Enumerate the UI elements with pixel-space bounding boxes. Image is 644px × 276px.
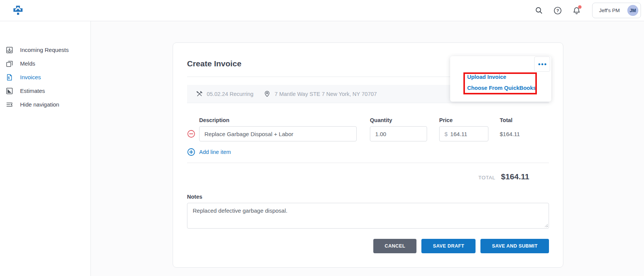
notes-textarea[interactable]: Replaced defective garbage disposal. xyxy=(187,203,549,229)
notifications-button[interactable] xyxy=(570,4,583,17)
action-buttons: CANCEL SAVE DRAFT SAVE AND SUBMIT xyxy=(187,239,549,253)
tools-icon xyxy=(196,91,203,97)
svg-text:?: ? xyxy=(557,8,559,13)
user-menu[interactable]: Jeff's PM JM xyxy=(592,3,641,18)
minus-circle-icon xyxy=(187,130,195,138)
topbar: ? Jeff's PM JM xyxy=(0,0,644,21)
plus-circle-icon xyxy=(187,148,195,156)
invoice-schedule: 05.02.24 Recurring xyxy=(207,91,253,97)
description-input[interactable] xyxy=(199,126,357,141)
sidebar-item-estimates[interactable]: Estimates xyxy=(0,84,90,98)
more-options-button[interactable] xyxy=(534,56,550,72)
total-label: TOTAL xyxy=(478,175,495,180)
save-and-submit-button[interactable]: SAVE AND SUBMIT xyxy=(480,239,549,253)
remove-line-item-button[interactable] xyxy=(187,130,195,138)
total-value: $164.11 xyxy=(501,172,529,181)
price-field: $ xyxy=(439,126,488,141)
copy-icon xyxy=(6,60,13,67)
save-draft-button[interactable]: SAVE DRAFT xyxy=(421,239,476,253)
notes-label: Notes xyxy=(187,194,549,200)
sidebar-item-melds[interactable]: Melds xyxy=(0,57,90,71)
line-items-header: Description Quantity Price Total xyxy=(187,117,549,123)
collapse-icon xyxy=(6,101,13,108)
cancel-button[interactable]: CANCEL xyxy=(373,239,416,253)
avatar: JM xyxy=(627,5,638,16)
items-divider xyxy=(187,163,549,163)
quantity-column-header: Quantity xyxy=(370,117,427,123)
menu-item-choose-from-quickbooks[interactable]: Choose From QuickBooks xyxy=(467,85,551,91)
add-line-item-button[interactable]: Add line item xyxy=(187,148,549,156)
invoice-address: 7 Mantle Way STE 7 New York, NY 70707 xyxy=(274,91,377,97)
app-logo-icon[interactable] xyxy=(13,5,23,16)
sidebar-item-hide-navigation[interactable]: Hide navigation xyxy=(0,98,90,111)
ellipsis-icon xyxy=(538,63,540,65)
topbar-actions: ? Jeff's PM JM xyxy=(532,3,641,18)
svg-text:$: $ xyxy=(8,76,10,80)
total-column-header: Total xyxy=(500,117,549,123)
invoice-total-row: TOTAL $164.11 xyxy=(187,172,549,181)
currency-prefix: $ xyxy=(444,131,448,137)
price-input[interactable] xyxy=(450,131,483,137)
help-button[interactable]: ? xyxy=(551,4,564,17)
menu-item-upload-invoice[interactable]: Upload Invoice xyxy=(467,74,551,80)
main-content: Create Invoice 05.02.24 Recurring xyxy=(91,21,644,276)
sidebar-item-incoming-requests[interactable]: Incoming Requests xyxy=(0,43,90,57)
notification-dot xyxy=(578,5,582,9)
create-invoice-card: Create Invoice 05.02.24 Recurring xyxy=(173,42,563,268)
invoice-icon: $ xyxy=(6,74,13,81)
estimate-icon xyxy=(6,88,13,94)
line-total-value: $164.11 xyxy=(500,131,549,137)
notes-field: Replaced defective garbage disposal. xyxy=(187,203,549,229)
help-icon: ? xyxy=(554,6,562,15)
line-item-row: $ $164.11 xyxy=(187,126,549,141)
sidebar: Incoming Requests Melds $ Invoices xyxy=(0,21,91,276)
page-layout: Incoming Requests Melds $ Invoices xyxy=(0,21,644,276)
location-pin-icon xyxy=(264,91,270,97)
search-button[interactable] xyxy=(532,4,545,17)
sidebar-item-label: Incoming Requests xyxy=(20,47,69,53)
sidebar-item-label: Invoices xyxy=(20,74,41,81)
inbox-icon xyxy=(6,47,13,53)
search-icon xyxy=(535,6,543,14)
sidebar-item-label: Estimates xyxy=(20,88,45,94)
add-line-item-label: Add line item xyxy=(199,149,231,155)
user-name: Jeff's PM xyxy=(599,8,620,13)
sidebar-item-label: Melds xyxy=(20,60,35,67)
sidebar-item-label: Hide navigation xyxy=(20,101,59,108)
price-column-header: Price xyxy=(439,117,488,123)
quantity-input[interactable] xyxy=(370,126,427,141)
sidebar-item-invoices[interactable]: $ Invoices xyxy=(0,71,90,84)
description-column-header: Description xyxy=(199,117,357,123)
